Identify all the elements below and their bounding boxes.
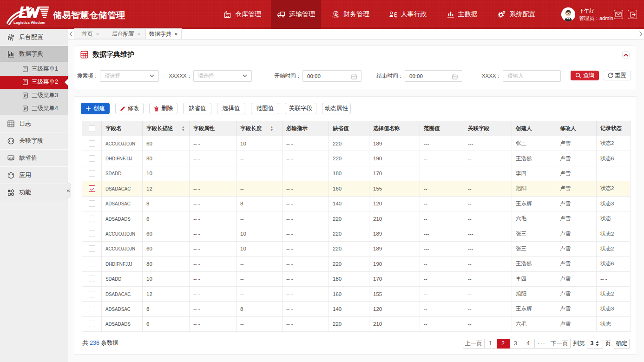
svg-text:Logistics Wisdom: Logistics Wisdom: [13, 20, 45, 25]
